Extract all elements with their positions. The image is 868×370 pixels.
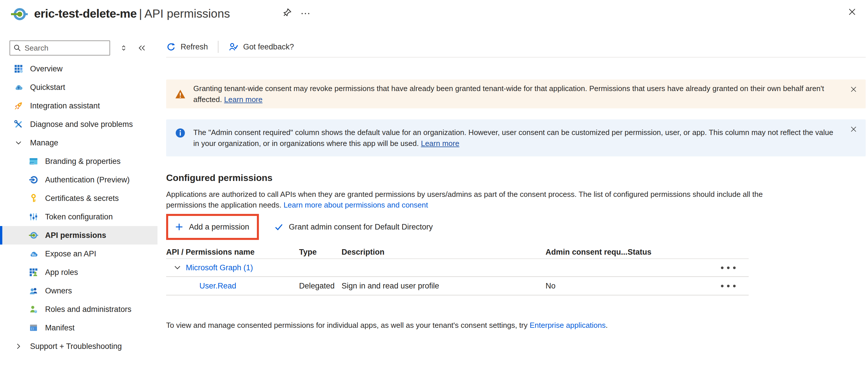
- blade-header: eric-test-delete-me|API permissions: [0, 0, 868, 32]
- manifest-icon: { }: [28, 323, 39, 332]
- feedback-label: Got feedback?: [243, 42, 294, 52]
- sidebar-item-overview[interactable]: Overview: [0, 60, 157, 78]
- add-permission-label: Add a permission: [189, 223, 249, 232]
- permission-description: Sign in and read user profile: [342, 282, 546, 290]
- refresh-button[interactable]: Refresh: [166, 42, 208, 52]
- warning-icon: [175, 89, 186, 100]
- footer-note: To view and manage consented permissions…: [166, 321, 866, 330]
- chevron-right-icon: [13, 342, 24, 350]
- branding-icon: www: [28, 157, 39, 166]
- col-header-type: Type: [299, 248, 342, 257]
- expose-api-icon: [28, 249, 39, 258]
- sidebar-item-expose-api[interactable]: Expose an API: [0, 245, 157, 263]
- table-row-microsoft-graph: Microsoft Graph (1): [166, 259, 749, 277]
- certificates-icon: [28, 194, 39, 203]
- section-description: Applications are authorized to call APIs…: [166, 189, 796, 210]
- sidebar-item-label: Integration assistant: [30, 101, 100, 111]
- svg-text:www: www: [30, 162, 34, 164]
- sidebar-item-api-permissions[interactable]: API permissions: [0, 226, 157, 245]
- info-learn-more-link[interactable]: Learn more: [421, 139, 459, 148]
- info-banner: The "Admin consent required" column show…: [166, 119, 866, 156]
- token-configuration-icon: [28, 212, 39, 221]
- enterprise-applications-link[interactable]: Enterprise applications: [530, 321, 606, 330]
- refresh-icon: [166, 42, 176, 52]
- sidebar-item-label: Expose an API: [45, 249, 96, 258]
- microsoft-graph-link[interactable]: Microsoft Graph (1): [186, 263, 253, 272]
- info-text: The "Admin consent required" column show…: [193, 127, 834, 149]
- sidebar-item-roles-administrators[interactable]: Roles and administrators: [0, 300, 157, 318]
- sidebar-item-label: Branding & properties: [45, 157, 121, 166]
- sidebar-group-support[interactable]: Support + Troubleshooting: [0, 337, 157, 356]
- sidebar-item-authentication[interactable]: Authentication (Preview): [0, 171, 157, 189]
- permissions-actions: Add a permission Grant admin consent for…: [166, 214, 866, 240]
- sidebar: Overview Quickstart Integra: [0, 38, 157, 356]
- search-input[interactable]: [25, 44, 106, 53]
- sidebar-item-branding[interactable]: www Branding & properties: [0, 152, 157, 171]
- warning-close-icon[interactable]: [849, 85, 858, 93]
- sidebar-item-diagnose[interactable]: Diagnose and solve problems: [0, 115, 157, 133]
- sidebar-item-integration-assistant[interactable]: Integration assistant: [0, 97, 157, 115]
- diagnose-icon: [13, 120, 24, 129]
- sidebar-item-label: Authentication (Preview): [45, 176, 130, 184]
- collapse-sidebar-icon[interactable]: [137, 43, 147, 53]
- sidebar-group-manage[interactable]: Manage: [0, 133, 157, 152]
- roles-administrators-icon: [28, 305, 39, 314]
- grant-admin-consent-label: Grant admin consent for Default Director…: [289, 223, 433, 232]
- sidebar-item-label: App roles: [45, 268, 78, 277]
- sidebar-item-owners[interactable]: Owners: [0, 282, 157, 300]
- close-icon[interactable]: [847, 7, 857, 17]
- search-box[interactable]: [9, 40, 110, 56]
- sidebar-group-label: Manage: [30, 138, 58, 147]
- ellipsis-icon: [721, 285, 723, 287]
- sidebar-item-label: Manifest: [45, 323, 74, 332]
- toolbar-bottom-divider: [166, 57, 866, 58]
- integration-assistant-icon: [13, 101, 24, 111]
- warning-text: Granting tenant-wide consent may revoke …: [193, 83, 834, 105]
- sidebar-item-certificates[interactable]: Certificates & secrets: [0, 189, 157, 208]
- reorder-icon[interactable]: [119, 44, 128, 52]
- warning-learn-more-link[interactable]: Learn more: [224, 95, 262, 104]
- sidebar-nav: Overview Quickstart Integra: [0, 60, 157, 356]
- grant-admin-consent-button[interactable]: Grant admin consent for Default Director…: [274, 222, 433, 232]
- sidebar-item-app-roles[interactable]: App roles: [0, 263, 157, 282]
- permission-name-link[interactable]: User.Read: [199, 282, 236, 290]
- sidebar-item-label: Token configuration: [45, 212, 113, 221]
- sidebar-item-manifest[interactable]: { } Manifest: [0, 318, 157, 337]
- info-close-icon[interactable]: [849, 125, 858, 133]
- plus-icon: [175, 222, 184, 232]
- add-permission-button[interactable]: Add a permission: [175, 222, 249, 232]
- warning-banner: Granting tenant-wide consent may revoke …: [166, 80, 866, 109]
- sidebar-search-row: [9, 40, 157, 56]
- row-more-menu[interactable]: [708, 267, 749, 269]
- main-content: Refresh Got feedback? Granting tenant-wi…: [166, 38, 866, 330]
- chevron-down-icon: [13, 139, 24, 147]
- owners-icon: [28, 286, 39, 296]
- sidebar-item-label: API permissions: [45, 231, 106, 240]
- sidebar-item-label: Owners: [45, 286, 72, 296]
- app-registration-icon: [11, 6, 28, 23]
- authentication-icon: [28, 175, 39, 184]
- ellipsis-icon[interactable]: [301, 9, 310, 19]
- col-header-name: API / Permissions name: [166, 248, 299, 257]
- toolbar-divider: [218, 41, 218, 53]
- permissions-table: API / Permissions name Type Description …: [166, 246, 749, 296]
- quickstart-icon: [13, 83, 24, 92]
- pin-icon[interactable]: [282, 7, 292, 18]
- row-more-menu[interactable]: [708, 285, 749, 287]
- sidebar-item-quickstart[interactable]: Quickstart: [0, 78, 157, 97]
- col-header-description: Description: [342, 248, 546, 257]
- sidebar-item-label: Certificates & secrets: [45, 194, 119, 203]
- col-header-admin-consent: Admin consent requ...: [546, 248, 628, 257]
- ellipsis-icon: [721, 267, 723, 269]
- permissions-consent-link[interactable]: Learn more about permissions and consent: [283, 201, 428, 209]
- chevron-down-icon[interactable]: [173, 263, 182, 272]
- sidebar-item-token-configuration[interactable]: Token configuration: [0, 208, 157, 226]
- permission-type: Delegated: [299, 282, 342, 290]
- page-title: eric-test-delete-me|API permissions: [34, 7, 230, 21]
- api-permissions-icon: [28, 231, 39, 240]
- annotation-highlight-box: Add a permission: [166, 214, 259, 240]
- overview-icon: [13, 64, 24, 73]
- check-icon: [274, 222, 284, 232]
- feedback-button[interactable]: Got feedback?: [228, 42, 294, 52]
- svg-text:{ }: { }: [31, 327, 33, 330]
